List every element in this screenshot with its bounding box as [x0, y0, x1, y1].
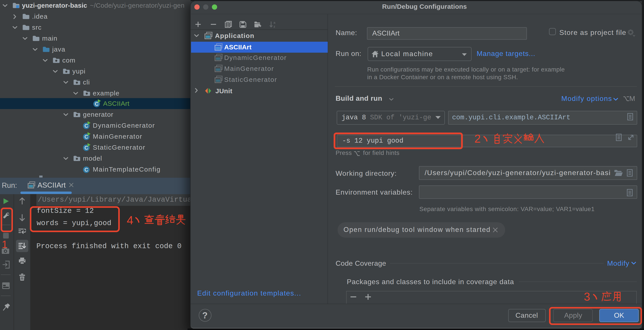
svg-text:a: a: [274, 21, 276, 24]
svg-text:z: z: [274, 24, 275, 28]
